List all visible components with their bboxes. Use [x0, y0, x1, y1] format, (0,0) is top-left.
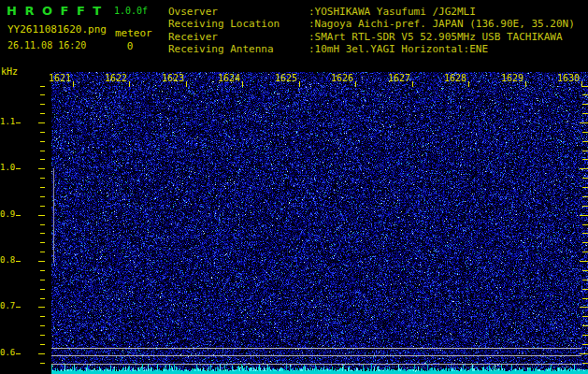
freq-major-tick — [16, 261, 21, 262]
info-label: Receiver — [168, 31, 308, 43]
time-axis-label: 1625 — [274, 73, 297, 83]
app-version: 1.0.0f — [114, 6, 148, 16]
hrofft-screen: H R O F F T 1.0.0f YY2611081620.png mete… — [0, 0, 588, 374]
freq-major-tick — [16, 353, 21, 354]
freq-minor-tick — [40, 206, 45, 207]
time-axis-tick — [525, 81, 526, 87]
freq-minor-tick — [40, 151, 45, 151]
station-info-table: Ovserver:YOSHIKAWA Yasufumi /JG2MLIRecei… — [168, 6, 575, 56]
freq-minor-tick — [40, 316, 45, 317]
freq-minor-tick — [40, 289, 45, 290]
info-label: Receiving Antenna — [168, 43, 308, 55]
freq-minor-tick — [40, 141, 45, 142]
info-label: Receiving Location — [168, 18, 308, 30]
freq-minor-tick — [40, 187, 45, 188]
freq-minor-tick — [40, 233, 45, 234]
info-value: :10mH 3el.YAGI Horizontal:ENE — [308, 43, 488, 55]
freq-minor-tick — [40, 280, 45, 280]
freq-minor-tick — [40, 178, 45, 179]
freq-minor-tick — [40, 270, 45, 271]
freq-minor-tick — [40, 224, 45, 225]
time-axis-tick — [468, 81, 469, 87]
info-row: Receiving Antenna:10mH 3el.YAGI Horizont… — [168, 43, 575, 55]
meteor-counter-label: meteor — [115, 27, 152, 39]
freq-minor-tick — [38, 261, 45, 262]
time-axis-label: 1626 — [330, 73, 353, 83]
freq-minor-tick — [40, 196, 45, 197]
freq-minor-tick — [40, 86, 45, 87]
info-row: Receiver:SMArt RTL-SDR V5 52.905MHz USB … — [168, 31, 575, 43]
time-axis-tick — [299, 81, 300, 87]
frequency-unit-label: kHz — [1, 66, 18, 77]
info-row: Receiving Location:Nagoya Aichi-pref. JA… — [168, 18, 575, 30]
time-axis-tick — [73, 81, 74, 87]
info-value: :Nagoya Aichi-pref. JAPAN (136.90E, 35.2… — [308, 18, 575, 30]
freq-minor-tick — [40, 335, 45, 336]
time-axis-tick — [186, 81, 187, 87]
time-axis-tick — [412, 81, 413, 87]
observation-datetime: 26.11.08 16:20 — [7, 40, 86, 50]
info-label: Ovserver — [168, 6, 308, 18]
time-axis-label: 1623 — [161, 73, 184, 83]
freq-minor-tick — [40, 132, 45, 133]
freq-axis-label: 0.9 — [0, 209, 15, 220]
freq-axis-label: 1.1 — [0, 117, 15, 127]
freq-minor-tick — [38, 168, 45, 169]
info-value: :SMArt RTL-SDR V5 52.905MHz USB TACHIKAW… — [308, 31, 563, 43]
freq-minor-tick — [40, 104, 45, 105]
freq-major-tick — [16, 122, 21, 123]
time-axis-tick — [581, 81, 582, 87]
time-axis-label: 1622 — [104, 73, 127, 83]
freq-major-tick — [16, 168, 21, 169]
freq-minor-tick — [40, 94, 45, 95]
time-axis-label: 1624 — [217, 73, 240, 83]
freq-major-tick — [16, 307, 21, 308]
freq-minor-tick — [40, 363, 45, 364]
time-axis-label: 1630 — [556, 73, 580, 83]
freq-axis-label: 0.7 — [0, 301, 15, 311]
time-axis-label: 1627 — [387, 73, 410, 83]
time-axis-tick — [242, 81, 243, 87]
freq-minor-tick — [40, 325, 45, 326]
time-axis-label: 1629 — [500, 73, 523, 83]
time-axis-tick — [355, 81, 356, 87]
freq-major-tick — [16, 215, 21, 216]
info-value: :YOSHIKAWA Yasufumi /JG2MLI — [308, 6, 476, 18]
app-title: H R O F F T — [7, 4, 103, 18]
freq-minor-tick — [38, 215, 45, 216]
freq-minor-tick — [40, 113, 45, 114]
freq-minor-tick — [40, 242, 45, 243]
time-axis-label: 1621 — [48, 73, 71, 83]
freq-minor-tick — [38, 307, 45, 308]
spectrogram-canvas — [51, 72, 588, 374]
time-axis-tick — [129, 81, 130, 87]
freq-minor-tick — [40, 344, 45, 345]
output-filename: YY2611081620.png — [7, 23, 107, 36]
freq-minor-tick — [38, 122, 45, 123]
time-axis-label: 1628 — [443, 73, 466, 83]
freq-axis-label: 0.6 — [0, 348, 15, 358]
freq-axis-label: 0.8 — [0, 255, 15, 266]
freq-minor-tick — [40, 159, 45, 160]
meteor-counter-value: 0 — [122, 40, 138, 52]
freq-minor-tick — [40, 252, 45, 252]
info-row: Ovserver:YOSHIKAWA Yasufumi /JG2MLI — [168, 6, 575, 18]
freq-axis-label: 1.0 — [0, 163, 15, 173]
freq-minor-tick — [40, 298, 45, 299]
freq-minor-tick — [38, 353, 45, 354]
